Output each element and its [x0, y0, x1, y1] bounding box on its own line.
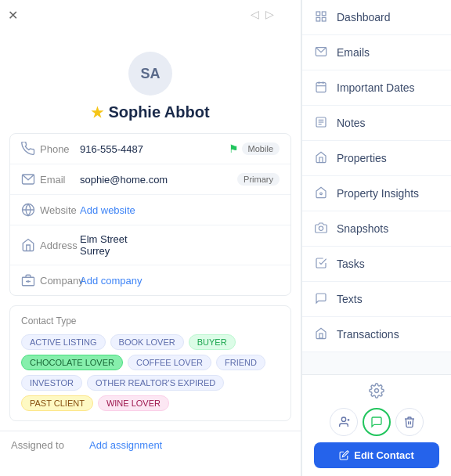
- nav-item-property-insights[interactable]: Property Insights: [302, 176, 451, 211]
- calendar-icon: [315, 81, 329, 95]
- dashboard-icon: [315, 10, 329, 24]
- website-value[interactable]: Add website: [80, 204, 280, 216]
- contact-type-tag[interactable]: ACTIVE LISTING: [21, 334, 106, 350]
- nav-item-properties[interactable]: Properties: [302, 141, 451, 176]
- email-icon: [315, 45, 329, 60]
- svg-point-22: [375, 389, 379, 393]
- flag-icon: ⚑: [229, 142, 239, 155]
- right-panel: Dashboard Emails Important Dates Notes P…: [301, 0, 451, 476]
- contact-type-tag[interactable]: COFFEE LOVER: [128, 355, 211, 370]
- nav-arrows: ◁ ▷: [251, 8, 274, 20]
- website-row: Website Add website: [10, 195, 290, 225]
- transactions-icon: [315, 327, 329, 341]
- svg-rect-11: [316, 83, 326, 92]
- nav-item-transactions[interactable]: Transactions: [302, 317, 451, 352]
- contact-type-tag[interactable]: BOOK LOVER: [110, 334, 184, 350]
- address-label: Address: [21, 238, 80, 252]
- prev-arrow[interactable]: ◁: [251, 8, 259, 20]
- nav-item-dashboard[interactable]: Dashboard: [302, 0, 451, 35]
- assigned-label: Assigned to: [11, 439, 89, 451]
- snapshots-icon: [315, 222, 329, 236]
- insights-icon: [315, 186, 329, 200]
- home-icon: [315, 151, 329, 165]
- phone-type-badge: Mobile: [242, 142, 280, 155]
- nav-item-label: Transactions: [337, 328, 399, 341]
- message-button[interactable]: [363, 408, 391, 436]
- left-panel: ✕ ◁ ▷ SA ★ Sophie Abbot Phone 916-555-44…: [0, 0, 301, 476]
- nav-item-label: Property Insights: [337, 187, 419, 200]
- contact-type-label: Contact Type: [21, 316, 280, 326]
- contact-type-section: Contact Type ACTIVE LISTINGBOOK LOVERBUY…: [9, 305, 291, 421]
- company-row: Company Add company: [10, 265, 290, 295]
- svg-rect-21: [319, 334, 323, 338]
- contact-type-tag[interactable]: CHOCOLATE LOVER: [21, 355, 123, 370]
- address-value: Elm Street Surrey: [80, 233, 280, 257]
- contact-type-tag[interactable]: BUYER: [189, 334, 236, 350]
- tasks-icon: [315, 257, 329, 271]
- next-arrow[interactable]: ▷: [265, 8, 274, 20]
- nav-item-tasks[interactable]: Tasks: [302, 247, 451, 282]
- company-value[interactable]: Add company: [80, 275, 280, 287]
- contact-type-tag[interactable]: OTHER REALTOR'S EXPIRED: [87, 375, 224, 391]
- nav-item-notes[interactable]: Notes: [302, 106, 451, 141]
- tags-container: ACTIVE LISTINGBOOK LOVERBUYERCHOCOLATE L…: [21, 334, 280, 411]
- contact-type-tag[interactable]: INVESTOR: [21, 375, 82, 391]
- star-icon[interactable]: ★: [91, 104, 103, 121]
- assigned-value[interactable]: Add assignment: [89, 439, 162, 451]
- nav-item-texts[interactable]: Texts: [302, 282, 451, 317]
- nav-item-label: Dashboard: [337, 11, 391, 23]
- contact-type-tag[interactable]: WINE LOVER: [98, 395, 169, 411]
- svg-point-23: [341, 417, 345, 421]
- phone-label: Phone: [21, 142, 80, 156]
- person-add-button[interactable]: [330, 408, 358, 436]
- email-row: Email sophie@home.com Primary: [10, 164, 290, 195]
- edit-contact-button[interactable]: Edit Contact: [314, 442, 439, 468]
- right-toolbar: Edit Contact: [302, 374, 451, 476]
- settings-icon[interactable]: [369, 383, 384, 402]
- assigned-row: Assigned to Add assignment: [0, 431, 301, 459]
- contact-name: ★ Sophie Abbot: [91, 103, 209, 121]
- notes-icon: [315, 116, 329, 130]
- svg-point-19: [320, 193, 323, 195]
- phone-row: Phone 916-555-4487 ⚑ Mobile: [10, 134, 290, 164]
- nav-item-label: Texts: [337, 293, 363, 305]
- contact-header: SA ★ Sophie Abbot: [0, 28, 301, 133]
- svg-rect-6: [316, 12, 320, 16]
- delete-button[interactable]: [395, 408, 424, 436]
- contact-type-tag[interactable]: PAST CLIENT: [21, 395, 93, 411]
- contact-type-tag[interactable]: FRIEND: [216, 355, 265, 370]
- nav-item-emails[interactable]: Emails: [302, 35, 451, 70]
- email-type-badge: Primary: [237, 173, 280, 186]
- address-row: Address Elm Street Surrey: [10, 225, 290, 265]
- nav-item-label: Emails: [337, 46, 370, 59]
- company-label: Company: [21, 273, 80, 287]
- nav-items: Dashboard Emails Important Dates Notes P…: [302, 0, 451, 352]
- email-value: sophie@home.com: [80, 174, 237, 186]
- nav-item-important-dates[interactable]: Important Dates: [302, 70, 451, 106]
- texts-icon: [315, 292, 329, 306]
- svg-rect-8: [322, 17, 326, 21]
- nav-item-snapshots[interactable]: Snapshots: [302, 211, 451, 247]
- nav-item-label: Snapshots: [337, 222, 388, 235]
- website-label: Website: [21, 203, 80, 217]
- nav-item-label: Notes: [337, 117, 366, 129]
- svg-rect-9: [316, 17, 320, 21]
- contact-name-text: Sophie Abbot: [108, 103, 209, 121]
- email-label: Email: [21, 172, 80, 186]
- close-button[interactable]: ✕: [8, 8, 18, 23]
- nav-item-label: Tasks: [337, 258, 365, 270]
- info-card: Phone 916-555-4487 ⚑ Mobile Email sophie…: [9, 133, 291, 296]
- svg-point-20: [319, 226, 323, 230]
- phone-value: 916-555-4487: [80, 143, 229, 155]
- action-icon-row: [330, 408, 424, 436]
- avatar: SA: [128, 52, 172, 96]
- nav-item-label: Important Dates: [337, 81, 415, 94]
- nav-item-label: Properties: [337, 152, 387, 164]
- svg-rect-7: [322, 12, 326, 16]
